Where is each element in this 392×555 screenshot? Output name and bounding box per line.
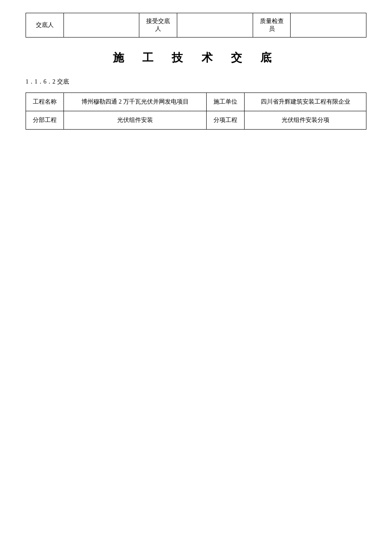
- table-row: 分部工程 光伏组件安装 分项工程 光伏组件安装分项: [26, 111, 366, 130]
- sub-division-value: 光伏组件安装: [64, 111, 207, 130]
- page-title: 施 工 技 术 交 底: [26, 50, 366, 65]
- sub-division-label: 分部工程: [26, 111, 64, 130]
- jiaodiren-value: [63, 13, 139, 38]
- zhiliang-label: 质量检查员: [253, 13, 291, 38]
- jieshou-value: [177, 13, 253, 38]
- project-name-value: 博州穆勒四通 2 万千瓦光伏并网发电项目: [64, 93, 207, 111]
- zhiliang-value: [291, 13, 366, 38]
- construction-unit-value: 四川省升辉建筑安装工程有限企业: [245, 93, 366, 111]
- construction-unit-label: 施工单位: [207, 93, 245, 111]
- project-info-table: 工程名称 博州穆勒四通 2 万千瓦光伏并网发电项目 施工单位 四川省升辉建筑安装…: [26, 92, 366, 130]
- jiaodiren-label: 交底人: [26, 13, 64, 38]
- section-label: 1．1．6．2 交底: [26, 78, 366, 86]
- project-name-label: 工程名称: [26, 93, 64, 111]
- jieshou-label: 接受交底人: [139, 13, 177, 38]
- table-row: 工程名称 博州穆勒四通 2 万千瓦光伏并网发电项目 施工单位 四川省升辉建筑安装…: [26, 93, 366, 111]
- sub-item-value: 光伏组件安装分项: [245, 111, 366, 130]
- sub-item-label: 分项工程: [207, 111, 245, 130]
- top-signature-table: 交底人 接受交底人 质量检查员: [26, 13, 366, 38]
